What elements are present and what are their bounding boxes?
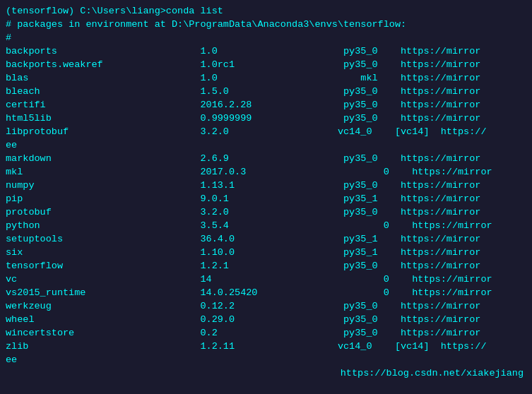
footer-url: https://blog.csdn.net/xiakejiang xyxy=(6,366,526,380)
pkg-tensorflow: tensorflow 1.2.1 py35_0 https://mirror xyxy=(6,259,526,273)
pkg-numpy: numpy 1.13.1 py35_0 https://mirror xyxy=(6,179,526,192)
pkg-python: python 3.5.4 0 https://mirror xyxy=(6,219,526,232)
header-line1: # packages in environment at D:\ProgramD… xyxy=(6,18,526,31)
pkg-six: six 1.10.0 py35_1 https://mirror xyxy=(6,246,526,259)
pkg-wheel: wheel 0.29.0 py35_0 https://mirror xyxy=(6,313,526,326)
pkg-werkzeug: werkzeug 0.12.2 py35_0 https://mirror xyxy=(6,299,526,313)
pkg-markdown: markdown 2.6.9 py35_0 https://mirror xyxy=(6,152,526,165)
pkg-protobuf: protobuf 3.2.0 py35_0 https://mirror xyxy=(6,205,526,219)
terminal-window: (tensorflow) C:\Users\liang>conda list #… xyxy=(0,0,532,394)
pkg-zlib: zlib 1.2.11 vc14_0 [vc14] https:// xyxy=(6,340,526,353)
pkg-ee: ee xyxy=(6,138,526,152)
pkg-setuptools: setuptools 36.4.0 py35_1 https://mirror xyxy=(6,232,526,246)
pkg-bleach: bleach 1.5.0 py35_0 https://mirror xyxy=(6,85,526,98)
cmd-line: (tensorflow) C:\Users\liang>conda list xyxy=(6,4,526,18)
pkg-certifi: certifi 2016.2.28 py35_0 https://mirror xyxy=(6,98,526,112)
pkg-pip: pip 9.0.1 py35_1 https://mirror xyxy=(6,192,526,205)
pkg-libprotobuf: libprotobuf 3.2.0 vc14_0 [vc14] https:// xyxy=(6,125,526,138)
pkg-backports-weakref: backports.weakref 1.0rc1 py35_0 https://… xyxy=(6,58,526,71)
pkg-ee2: ee xyxy=(6,353,526,366)
pkg-mkl: mkl 2017.0.3 0 https://mirror xyxy=(6,165,526,179)
pkg-html5lib: html5lib 0.9999999 py35_0 https://mirror xyxy=(6,112,526,125)
pkg-vs2015-runtime: vs2015_runtime 14.0.25420 0 https://mirr… xyxy=(6,286,526,299)
header-line2: # xyxy=(6,31,526,44)
pkg-blas: blas 1.0 mkl https://mirror xyxy=(6,71,526,85)
pkg-wincertstore: wincertstore 0.2 py35_0 https://mirror xyxy=(6,326,526,340)
pkg-vc: vc 14 0 https://mirror xyxy=(6,273,526,286)
pkg-backports: backports 1.0 py35_0 https://mirror xyxy=(6,44,526,58)
